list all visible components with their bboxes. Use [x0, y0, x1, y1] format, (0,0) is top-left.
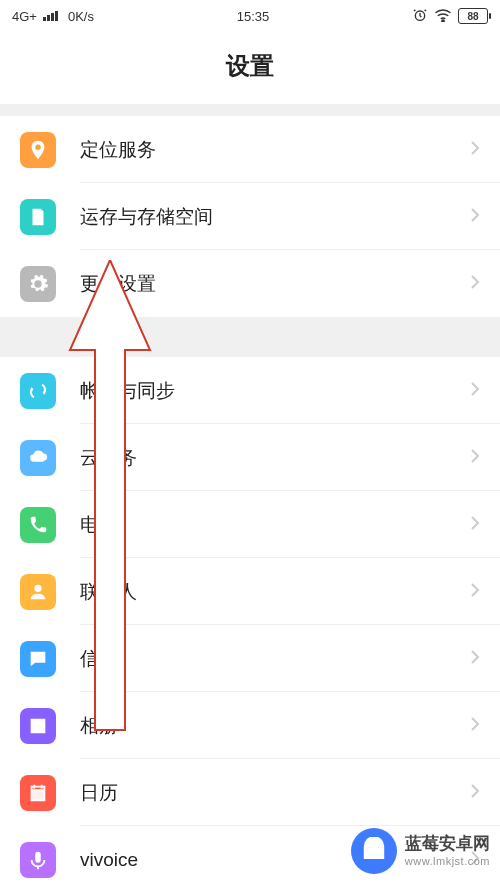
wifi-icon: [434, 8, 452, 25]
chevron-right-icon: [470, 649, 480, 669]
row-label: 联系人: [80, 579, 470, 605]
location-icon: [20, 132, 56, 168]
cloud-icon: [20, 440, 56, 476]
page-title: 设置: [0, 32, 500, 104]
gallery-icon: [20, 708, 56, 744]
row-label: 相册: [80, 713, 470, 739]
chevron-right-icon: [470, 448, 480, 468]
row-label: 电话: [80, 512, 470, 538]
battery-icon: 88: [458, 8, 488, 24]
row-label: 信息: [80, 646, 470, 672]
alarm-icon: [412, 7, 428, 26]
chevron-right-icon: [470, 381, 480, 401]
settings-group-1: 定位服务 运存与存储空间 更多设置: [0, 116, 500, 317]
row-phone[interactable]: 电话: [0, 491, 500, 558]
row-calendar[interactable]: 日历: [0, 759, 500, 826]
row-label: 云服务: [80, 445, 470, 471]
network-label: 4G+: [12, 9, 37, 24]
row-label: 帐号与同步: [80, 378, 470, 404]
section-gap: [0, 104, 500, 116]
watermark-title: 蓝莓安卓网: [405, 834, 490, 854]
clock: 15:35: [94, 9, 412, 24]
chevron-right-icon: [470, 515, 480, 535]
chevron-right-icon: [470, 274, 480, 294]
sync-icon: [20, 373, 56, 409]
row-gallery[interactable]: 相册: [0, 692, 500, 759]
chevron-right-icon: [470, 207, 480, 227]
row-contacts[interactable]: 联系人: [0, 558, 500, 625]
row-more-settings[interactable]: 更多设置: [0, 250, 500, 317]
chevron-right-icon: [470, 716, 480, 736]
row-messages[interactable]: 信息: [0, 625, 500, 692]
calendar-icon: [20, 775, 56, 811]
settings-group-2: 帐号与同步 云服务 电话 联系人 信息 相册: [0, 357, 500, 886]
row-account-sync[interactable]: 帐号与同步: [0, 357, 500, 424]
row-location[interactable]: 定位服务: [0, 116, 500, 183]
status-left: 4G+ 0K/s: [12, 9, 94, 24]
row-label: 日历: [80, 780, 470, 806]
row-label: 定位服务: [80, 137, 470, 163]
row-label: 更多设置: [80, 271, 470, 297]
status-right: 88: [412, 7, 488, 26]
contact-icon: [20, 574, 56, 610]
watermark-text: 蓝莓安卓网 www.lmkjst.com: [405, 834, 490, 868]
watermark: 蓝莓安卓网 www.lmkjst.com: [351, 828, 490, 874]
message-icon: [20, 641, 56, 677]
chevron-right-icon: [470, 783, 480, 803]
chevron-right-icon: [470, 140, 480, 160]
speed-label: 0K/s: [68, 9, 94, 24]
svg-rect-2: [32, 790, 45, 800]
svg-point-1: [442, 19, 444, 21]
watermark-url: www.lmkjst.com: [405, 855, 490, 868]
signal-icon: [43, 11, 58, 21]
storage-icon: [20, 199, 56, 235]
status-bar: 4G+ 0K/s 15:35 88: [0, 0, 500, 32]
voice-icon: [20, 842, 56, 878]
watermark-logo-icon: [351, 828, 397, 874]
row-label: 运存与存储空间: [80, 204, 470, 230]
battery-level: 88: [467, 11, 478, 22]
row-cloud[interactable]: 云服务: [0, 424, 500, 491]
chevron-right-icon: [470, 582, 480, 602]
gear-icon: [20, 266, 56, 302]
phone-icon: [20, 507, 56, 543]
section-gap: [0, 317, 500, 357]
row-storage[interactable]: 运存与存储空间: [0, 183, 500, 250]
